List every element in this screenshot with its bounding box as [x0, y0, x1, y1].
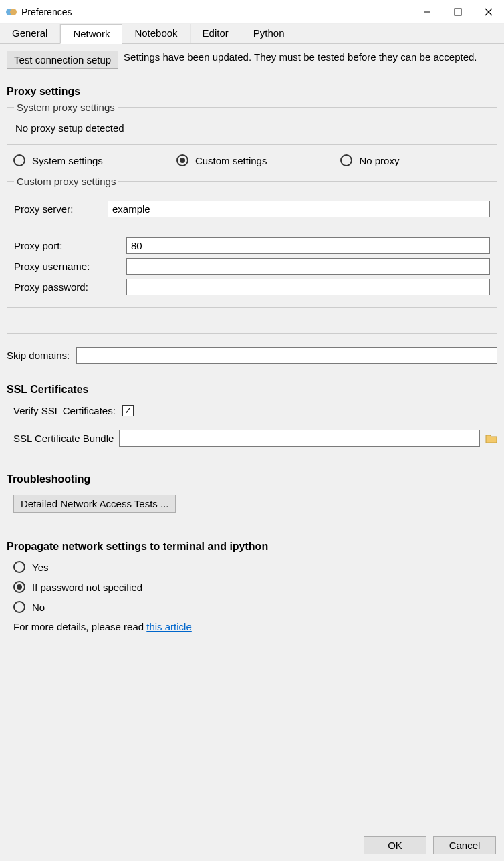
proxy-port-input[interactable]	[126, 237, 490, 254]
svg-rect-3	[455, 9, 461, 15]
detailed-tests-button[interactable]: Detailed Network Access Tests ...	[13, 495, 176, 513]
spacer-box	[7, 318, 497, 334]
propagate-radios: Yes If password not specified No	[13, 561, 497, 613]
radio-yes-label: Yes	[32, 562, 48, 573]
cancel-button[interactable]: Cancel	[433, 836, 496, 854]
maximize-button[interactable]	[443, 0, 473, 24]
close-button[interactable]	[473, 0, 504, 24]
app-icon	[5, 6, 17, 18]
tab-python[interactable]: Python	[241, 24, 297, 43]
test-message: Settings have been updated. They must be…	[124, 51, 497, 64]
custom-proxy-legend: Custom proxy settings	[14, 176, 118, 187]
system-proxy-group: System proxy settings No proxy setup det…	[7, 102, 497, 145]
radio-no-label: No	[32, 602, 45, 613]
ssl-bundle-label: SSL Certificate Bundle	[13, 433, 114, 444]
tab-notebook[interactable]: Notebook	[122, 24, 190, 43]
radio-propagate-ifnopass[interactable]: If password not specified	[13, 581, 497, 593]
proxy-username-input[interactable]	[126, 258, 490, 275]
proxy-settings-heading: Proxy settings	[7, 86, 497, 98]
verify-ssl-label: Verify SSL Certificates:	[13, 405, 116, 416]
minimize-button[interactable]	[412, 0, 443, 24]
ssl-heading: SSL Certificates	[7, 384, 497, 396]
system-proxy-status: No proxy setup detected	[14, 118, 490, 136]
tab-general[interactable]: General	[0, 24, 60, 43]
radio-custom-settings[interactable]: Custom settings	[176, 154, 267, 166]
radio-no-proxy[interactable]: No proxy	[340, 154, 399, 166]
this-article-link[interactable]: this article	[146, 621, 192, 632]
proxy-mode-radios: System settings Custom settings No proxy	[13, 154, 497, 166]
custom-proxy-group: Custom proxy settings Proxy server: Prox…	[7, 176, 497, 308]
more-details-text: For more details, please read this artic…	[13, 621, 497, 632]
radio-noproxy-label: No proxy	[359, 155, 399, 166]
proxy-password-label: Proxy password:	[14, 281, 108, 293]
svg-point-1	[10, 9, 17, 15]
skip-domains-input[interactable]	[76, 347, 497, 364]
ok-button[interactable]: OK	[364, 836, 426, 854]
proxy-server-input[interactable]	[108, 201, 490, 217]
content-area: Test connection setup Settings have been…	[0, 44, 504, 829]
radio-ifnopass-label: If password not specified	[32, 582, 142, 593]
proxy-server-label: Proxy server:	[14, 203, 108, 215]
system-proxy-legend: System proxy settings	[14, 102, 118, 113]
tab-editor[interactable]: Editor	[191, 24, 241, 43]
radio-system-label: System settings	[32, 155, 103, 166]
troubleshooting-heading: Troubleshooting	[7, 473, 497, 485]
radio-system-settings[interactable]: System settings	[13, 154, 103, 166]
radio-propagate-no[interactable]: No	[13, 601, 497, 613]
window-title: Preferences	[21, 7, 72, 17]
test-connection-button[interactable]: Test connection setup	[7, 51, 118, 69]
titlebar: Preferences	[0, 0, 504, 24]
verify-ssl-checkbox[interactable]: ✓	[122, 405, 134, 416]
tabs: General Network Notebook Editor Python	[0, 24, 504, 44]
dialog-footer: OK Cancel	[0, 829, 504, 861]
proxy-password-input[interactable]	[126, 279, 490, 295]
propagate-heading: Propagate network settings to terminal a…	[7, 541, 497, 553]
radio-propagate-yes[interactable]: Yes	[13, 561, 497, 573]
radio-custom-label: Custom settings	[195, 155, 267, 166]
tab-network[interactable]: Network	[60, 24, 122, 44]
folder-icon[interactable]	[485, 433, 497, 444]
skip-domains-label: Skip domains:	[7, 350, 70, 361]
ssl-bundle-input[interactable]	[119, 430, 480, 447]
proxy-username-label: Proxy username:	[14, 261, 108, 272]
proxy-port-label: Proxy port:	[14, 240, 108, 251]
